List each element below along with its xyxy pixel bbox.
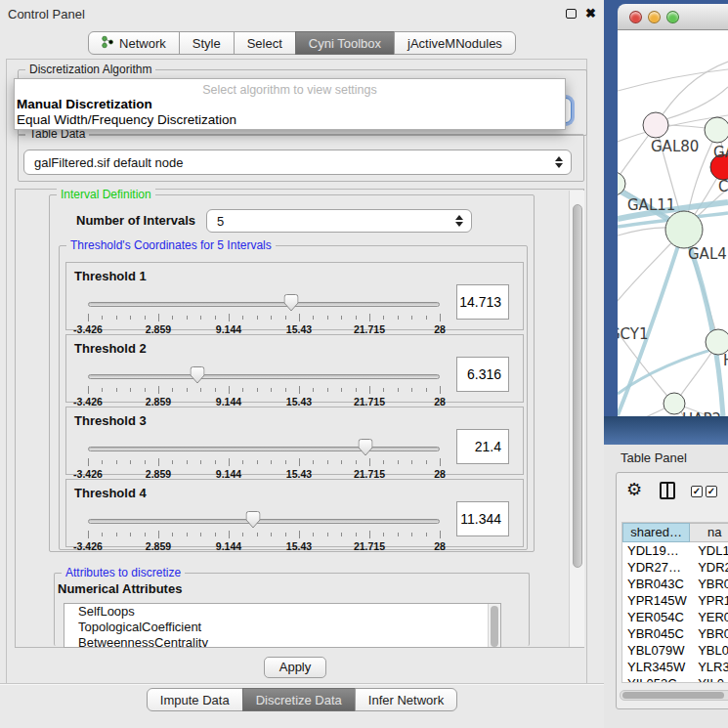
- cell-name[interactable]: YBL0: [690, 642, 728, 659]
- cell-shared-name[interactable]: YBR043C: [622, 576, 690, 592]
- threshold-slider[interactable]: -3.4262.8599.14415.4321.71528: [88, 435, 440, 474]
- network-icon: [102, 35, 113, 52]
- threshold-label: Threshold 1: [74, 269, 147, 283]
- close-icon[interactable]: ✖: [585, 6, 596, 21]
- network-node[interactable]: [705, 117, 728, 143]
- slider-thumb[interactable]: [283, 294, 298, 312]
- threshold-value-field[interactable]: 6.316: [456, 357, 509, 392]
- number-of-intervals-combobox[interactable]: 5: [206, 209, 472, 233]
- table-row[interactable]: YDL19…YDL1: [622, 542, 728, 559]
- cell-name[interactable]: YER0: [690, 609, 728, 625]
- close-light[interactable]: [629, 11, 642, 23]
- table-row[interactable]: YPR145WYPR1: [622, 592, 728, 609]
- mode-tab-bar: Impute Data Discretize Data Infer Networ…: [0, 688, 604, 711]
- numerical-attributes-label: Numerical Attributes: [58, 581, 182, 596]
- network-graph: GAL80GACGAL11GAL4GCY1HHAP2: [618, 30, 728, 416]
- tab-impute-data[interactable]: Impute Data: [147, 688, 243, 711]
- network-node[interactable]: [643, 112, 668, 138]
- threshold-value-field[interactable]: 11.344: [456, 501, 509, 536]
- column-header-name[interactable]: na: [690, 523, 728, 542]
- cell-name[interactable]: YBR0: [690, 625, 728, 642]
- vertical-scrollbar[interactable]: [569, 191, 584, 647]
- cell-name[interactable]: YBR0: [690, 576, 728, 592]
- cell-shared-name[interactable]: YPR145W: [622, 592, 690, 609]
- float-window-icon[interactable]: [566, 9, 577, 19]
- table-row[interactable]: YLR345WYLR3: [622, 659, 728, 675]
- tab-jactivemnodules[interactable]: jActiveMNodules: [394, 31, 516, 55]
- threshold-value-field[interactable]: 14.713: [456, 284, 509, 320]
- threshold-slider[interactable]: -3.4262.8599.14415.4321.71528: [88, 290, 440, 329]
- dropdown-option-manual[interactable]: Manual Discretization: [15, 97, 565, 112]
- bottom-divider: [0, 683, 604, 685]
- tab-select[interactable]: Select: [234, 31, 296, 55]
- tab-label: Select: [247, 36, 282, 51]
- cell-name[interactable]: YPR1: [690, 592, 728, 609]
- cell-name[interactable]: YDR2: [690, 559, 728, 576]
- dropdown-option-equal-width[interactable]: Equal Width/Frequency Discretization: [15, 112, 565, 128]
- attribute-item[interactable]: BetweennessCentrality: [64, 635, 500, 648]
- cell-shared-name[interactable]: YBL079W: [622, 642, 690, 659]
- tab-discretize-data[interactable]: Discretize Data: [242, 688, 356, 711]
- slider-ticks: [88, 458, 440, 467]
- tab-network[interactable]: Network: [88, 31, 180, 55]
- list-scrollbar[interactable]: [488, 604, 500, 647]
- slider-track[interactable]: [88, 374, 440, 379]
- maximize-light[interactable]: [666, 11, 679, 23]
- interval-definition-title: Interval Definition: [57, 188, 155, 201]
- network-canvas[interactable]: GAL80GACGAL11GAL4GCY1HHAP2: [618, 30, 728, 416]
- table-row[interactable]: YBR045CYBR0: [622, 625, 728, 642]
- list-scrollbar-thumb[interactable]: [491, 606, 498, 647]
- table-row[interactable]: YER054CYER0: [622, 609, 728, 625]
- attribute-item[interactable]: TopologicalCoefficient: [64, 620, 500, 635]
- cell-shared-name[interactable]: YIL052C: [622, 675, 690, 683]
- numerical-attributes-list[interactable]: SelfLoopsTopologicalCoefficientBetweenne…: [64, 603, 501, 648]
- checkbox-checked-icon[interactable]: ✓: [691, 486, 703, 497]
- table-row[interactable]: YDR27…YDR2: [622, 559, 728, 576]
- apply-button[interactable]: Apply: [264, 657, 326, 678]
- minimize-light[interactable]: [648, 11, 661, 23]
- table-panel: Table Panel ⚙ ✓ ✓ shared… na YDL19…YDL1Y…: [604, 445, 728, 728]
- cell-shared-name[interactable]: YDR27…: [622, 559, 690, 576]
- cell-shared-name[interactable]: YER054C: [622, 609, 690, 625]
- tab-infer-network[interactable]: Infer Network: [355, 688, 457, 711]
- slider-track[interactable]: [88, 519, 440, 524]
- tab-style[interactable]: Style: [179, 31, 235, 55]
- table-row[interactable]: YBR043CYBR0: [622, 576, 728, 592]
- attribute-item[interactable]: SelfLoops: [64, 604, 500, 620]
- tab-label: Discretize Data: [256, 693, 342, 707]
- cell-name[interactable]: YDL1: [690, 542, 728, 559]
- horizontal-scrollbar-thumb[interactable]: [622, 692, 724, 699]
- split-columns-icon[interactable]: [660, 482, 675, 499]
- threshold-value-field[interactable]: 21.4: [456, 429, 509, 464]
- cell-name[interactable]: YIL0: [690, 675, 728, 683]
- number-of-intervals-label: Number of Intervals: [76, 213, 195, 228]
- network-edge[interactable]: [618, 69, 728, 91]
- threshold-slider[interactable]: -3.4262.8599.14415.4321.71528: [88, 363, 440, 402]
- vertical-scrollbar-thumb[interactable]: [573, 204, 582, 568]
- gear-icon[interactable]: ⚙: [626, 481, 642, 498]
- network-window-titlebar[interactable]: [618, 4, 728, 30]
- column-header-shared-name[interactable]: shared…: [622, 523, 690, 542]
- slider-ticks: [88, 386, 440, 395]
- tab-cyni-toolbox[interactable]: Cyni Toolbox: [295, 31, 395, 55]
- slider-track[interactable]: [88, 447, 440, 451]
- cell-shared-name[interactable]: YDL19…: [622, 542, 690, 559]
- node-label: GAL11: [627, 196, 675, 214]
- horizontal-scrollbar[interactable]: [620, 690, 728, 701]
- checkbox-checked-icon[interactable]: ✓: [706, 486, 717, 497]
- cell-shared-name[interactable]: YLR345W: [622, 659, 690, 675]
- slider-thumb[interactable]: [359, 439, 373, 456]
- cell-shared-name[interactable]: YBR045C: [622, 625, 690, 642]
- tab-label: Impute Data: [160, 693, 230, 707]
- table-row[interactable]: YBL079WYBL0: [622, 642, 728, 659]
- threshold-slider[interactable]: -3.4262.8599.14415.4321.71528: [88, 507, 440, 546]
- right-region: GAL80GACGAL11GAL4GCY1HHAP2 Table Panel ⚙…: [604, 0, 728, 728]
- cell-name[interactable]: YLR3: [690, 659, 728, 675]
- slider-thumb[interactable]: [190, 366, 204, 384]
- network-node[interactable]: [665, 211, 703, 248]
- threshold-label: Threshold 2: [74, 341, 147, 356]
- slider-thumb[interactable]: [246, 511, 261, 529]
- slider-track[interactable]: [88, 302, 440, 307]
- table-row[interactable]: YIL052CYIL0: [622, 675, 728, 683]
- table-data-combobox[interactable]: galFiltered.sif default node: [23, 150, 572, 175]
